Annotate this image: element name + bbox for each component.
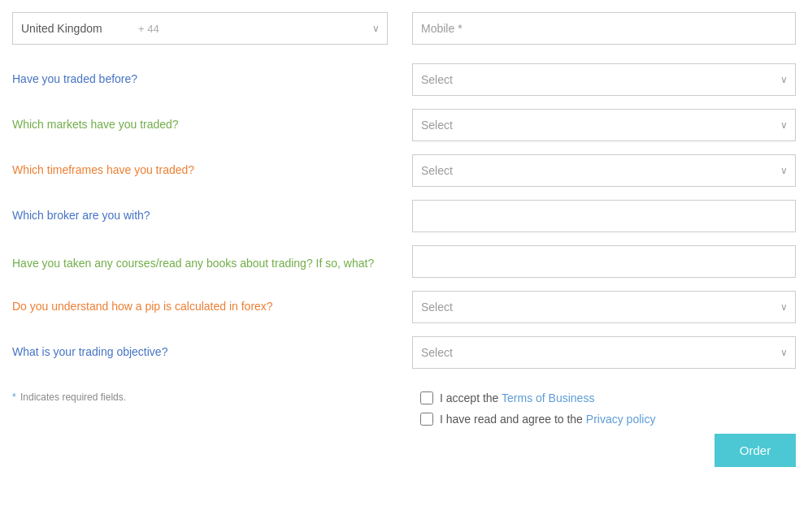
order-button[interactable]: Order [715, 434, 796, 467]
timeframes-select[interactable]: Select [412, 154, 796, 187]
mobile-input[interactable] [412, 12, 796, 45]
order-row: Order [412, 434, 796, 467]
markets-select-wrapper[interactable]: Select [412, 109, 796, 141]
required-note: * Indicates required fields. [12, 391, 388, 403]
question-pip-label: Do you understand how a pip is calculate… [12, 291, 404, 323]
pip-select[interactable]: Select [412, 291, 796, 323]
markets-right: Select [404, 102, 796, 148]
privacy-checkbox-row: I have read and agree to the Privacy pol… [412, 413, 796, 426]
phone-code: + 44 [138, 23, 159, 35]
timeframes-select-wrapper[interactable]: Select [412, 154, 796, 187]
broker-input[interactable] [412, 200, 796, 232]
objective-select-wrapper[interactable]: Select [412, 336, 796, 369]
broker-right [404, 193, 796, 239]
privacy-link[interactable]: Privacy policy [586, 413, 656, 426]
terms-checkbox[interactable] [420, 391, 433, 404]
question-courses-label: Have you taken any courses/read any book… [12, 244, 404, 280]
phone-country-wrapper[interactable]: United Kingdom + 44 [12, 12, 388, 45]
objective-select[interactable]: Select [412, 336, 796, 369]
privacy-checkbox[interactable] [420, 413, 433, 426]
courses-input[interactable] [412, 245, 796, 278]
question-markets-label: Which markets have you traded? [12, 109, 404, 141]
pip-right: Select [404, 284, 796, 330]
timeframes-right: Select [404, 148, 796, 193]
terms-link[interactable]: Terms of Business [502, 391, 594, 404]
traded-before-select[interactable]: Select [412, 63, 796, 96]
courses-right [404, 239, 796, 284]
question-objective-label: What is your trading objective? [12, 336, 404, 369]
question-traded-before-label: Have you traded before? [12, 63, 404, 96]
markets-select[interactable]: Select [412, 109, 796, 141]
traded-before-select-wrapper[interactable]: Select [412, 63, 796, 96]
pip-select-wrapper[interactable]: Select [412, 291, 796, 323]
traded-before-right: Select [404, 57, 796, 102]
terms-checkbox-row: I accept the Terms of Business [412, 391, 796, 404]
question-timeframes-label: Which timeframes have you traded? [12, 154, 404, 187]
objective-right: Select [404, 330, 796, 375]
phone-country-select[interactable]: United Kingdom [12, 12, 388, 45]
question-broker-label: Which broker are you with? [12, 200, 404, 232]
